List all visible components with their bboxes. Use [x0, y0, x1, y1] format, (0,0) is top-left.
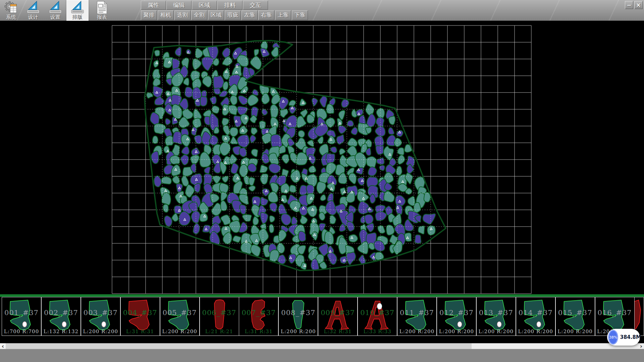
report-document-icon	[95, 1, 109, 15]
design-button[interactable]: 设计	[22, 0, 44, 21]
piece-shape-partial	[635, 298, 644, 332]
piece-name: 002_#37	[42, 309, 80, 317]
scroll-right-arrow-icon[interactable]: ›	[638, 343, 644, 349]
thumbnail-piece-003_#37[interactable]: 003_#37 L:200 R:200	[81, 297, 120, 336]
piece-name: 015_#37	[556, 309, 595, 317]
piece-lr-count: L:200 R:200	[397, 328, 436, 335]
scrollbar-thumb[interactable]	[6, 343, 472, 349]
piece-lr-count: L:200 R:200	[477, 328, 516, 335]
thumbnail-piece-015_#37[interactable]: 015_#37 L:200 R:200	[555, 297, 595, 336]
status-bar	[0, 349, 644, 362]
horizontal-scrollbar[interactable]: ‹ ›	[0, 343, 644, 349]
piece-lr-count: L:31 R:31	[239, 328, 278, 335]
scroll-left-arrow-icon[interactable]: ‹	[0, 343, 6, 349]
camera-button[interactable]: 相机	[158, 10, 174, 20]
piece-lr-count: L:200 R:200	[556, 328, 595, 335]
piece-lr-count: L:200 R:200	[279, 328, 318, 335]
piece-lr-count: L:200 R:200	[81, 328, 120, 335]
thumbnail-piece-012_#37[interactable]: 012_#37 L:200 R:200	[437, 297, 476, 336]
cut-all-button[interactable]: 全割	[191, 10, 207, 20]
thumbnail-piece-014_#37[interactable]: 014_#37 L:200 R:200	[516, 297, 555, 336]
layout-button-label: 排版	[72, 14, 83, 20]
align-bottom-button[interactable]: 下靠	[292, 10, 308, 20]
triangle-ruler-icon	[48, 1, 62, 15]
memory-value: 384.8M	[620, 334, 641, 340]
settings-button[interactable]: 设置	[44, 0, 66, 21]
align-left-button[interactable]: 左靠	[241, 10, 258, 20]
piece-name: 010_#37	[358, 309, 397, 317]
thumbnail-piece-006_#37[interactable]: 006_#37 L:21 R:21	[200, 297, 239, 336]
strip-separator-line2	[0, 296, 644, 297]
tab-interaction[interactable]: 交互	[243, 1, 268, 10]
piece-name: 011_#37	[397, 309, 436, 317]
piece-lr-count: L:132 R:132	[42, 328, 80, 335]
application-window: 系统 设计 设置 排版 报表 属性编辑区域排料交互 聚排相机选割全割区域瑕疵左靠…	[0, 0, 644, 362]
piece-name: 013_#37	[477, 309, 516, 317]
report-button[interactable]: 报表	[91, 0, 113, 21]
piece-lr-count: L:700 R:700	[2, 328, 41, 335]
piece-name: 005_#37	[160, 309, 199, 317]
system-button[interactable]: 系统	[0, 0, 22, 21]
main-toolbar: 系统 设计 设置 排版 报表 属性编辑区域排料交互 聚排相机选割全割区域瑕疵左靠…	[0, 0, 644, 21]
gear-table-icon	[4, 1, 18, 15]
tab-nesting[interactable]: 排料	[217, 1, 243, 10]
design-button-label: 设计	[28, 14, 38, 20]
piece-name: 012_#37	[437, 309, 476, 317]
piece-lr-count: L:200 R:200	[437, 328, 476, 335]
layout-button[interactable]: 排版	[66, 0, 89, 21]
thumbnail-piece-013_#37[interactable]: 013_#37 L:200 R:200	[476, 297, 516, 336]
piece-name: 009_#37	[318, 309, 357, 317]
close-button[interactable]: ×	[634, 1, 643, 9]
thumbnail-piece-002_#37[interactable]: 002_#37 L:132 R:132	[41, 297, 81, 336]
thumbnail-piece-001_#37[interactable]: 001_#37 L:700 R:700	[2, 297, 41, 336]
piece-lr-count: L:200 R:200	[516, 328, 555, 335]
thumbnail-piece-010_#37[interactable]: 010_#37 L:33 R:33	[358, 297, 397, 336]
tab-properties[interactable]: 属性	[141, 1, 166, 10]
piece-thumbnail-strip: 001_#37 L:700 R:700 002_#37 L:132 R:132 …	[0, 297, 644, 336]
piece-name: 016_#37	[595, 309, 634, 317]
piece-name: 001_#37	[2, 309, 41, 317]
piece-name: 003_#37	[81, 309, 120, 317]
piece-lr-count: L:21 R:21	[200, 328, 239, 335]
progress-circle: 38%	[608, 330, 618, 345]
select-cut-button[interactable]: 选割	[174, 10, 191, 20]
tab-region[interactable]: 区域	[192, 1, 217, 10]
tab-edit[interactable]: 编辑	[166, 1, 192, 10]
settings-button-label: 设置	[50, 14, 60, 20]
window-controls: − ×	[625, 1, 643, 9]
piece-name: 006_#37	[200, 309, 239, 317]
thumbnail-piece-008_#37[interactable]: 008_#37 L:200 R:200	[278, 297, 318, 336]
piece-name: 014_#37	[516, 309, 555, 317]
thumbnail-piece-007_#37[interactable]: 007_#37 L:31 R:31	[239, 297, 278, 336]
thumbnail-piece-005_#37[interactable]: 005_#37 L:200 R:200	[160, 297, 200, 336]
piece-lr-count: L:32 R:31	[318, 328, 357, 335]
thumbnail-piece-011_#37[interactable]: 011_#37 L:200 R:200	[397, 297, 437, 336]
defect-button[interactable]: 瑕疵	[225, 10, 241, 20]
piece-lr-count: L:33 R:33	[358, 328, 397, 335]
triangle-ruler-icon	[26, 1, 40, 15]
thumbnail-piece-009_#37[interactable]: 009_#37 L:32 R:31	[318, 297, 358, 336]
piece-name: 008_#37	[279, 309, 318, 317]
piece-name: 004_#37	[121, 309, 160, 317]
report-button-label: 报表	[97, 14, 107, 20]
piece-lr-count: L:200 R:200	[160, 328, 199, 335]
minimize-button[interactable]: −	[625, 1, 633, 9]
cluster-nest-button[interactable]: 聚排	[141, 10, 157, 20]
menu-tab-bar: 属性编辑区域排料交互	[141, 1, 268, 10]
memory-progress-badge: 38% 384.8M	[607, 329, 640, 346]
region-button[interactable]: 区域	[208, 10, 224, 20]
align-top-button[interactable]: 上靠	[275, 10, 291, 20]
thumbnail-piece-004_#37[interactable]: 004_#37 L:31 R:31	[120, 297, 160, 336]
piece-name: 007_#37	[239, 309, 278, 317]
triangle-ruler-icon	[70, 1, 85, 15]
piece-lr-count: L:31 R:31	[121, 328, 160, 335]
action-button-bar: 聚排相机选割全割区域瑕疵左靠右靠上靠下靠	[141, 10, 309, 20]
system-button-label: 系统	[6, 14, 16, 20]
align-right-button[interactable]: 右靠	[258, 10, 274, 20]
